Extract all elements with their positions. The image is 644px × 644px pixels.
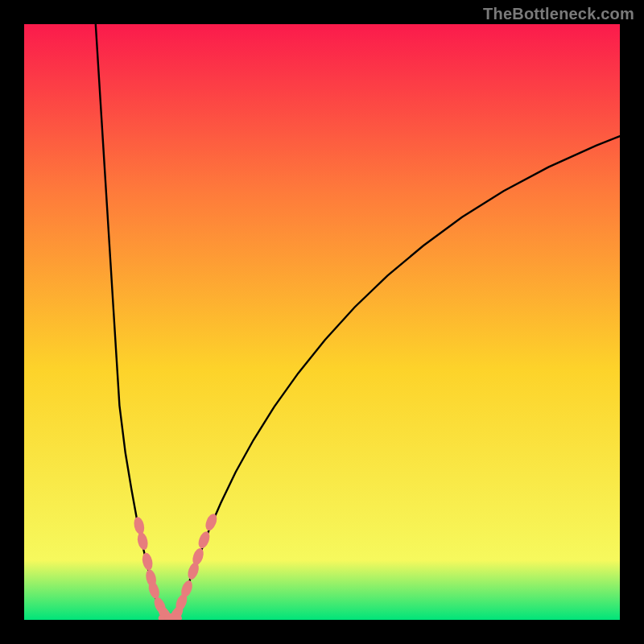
chart-frame: TheBottleneck.com <box>0 0 644 644</box>
bottleneck-chart <box>24 24 620 620</box>
watermark-text: TheBottleneck.com <box>483 5 634 23</box>
